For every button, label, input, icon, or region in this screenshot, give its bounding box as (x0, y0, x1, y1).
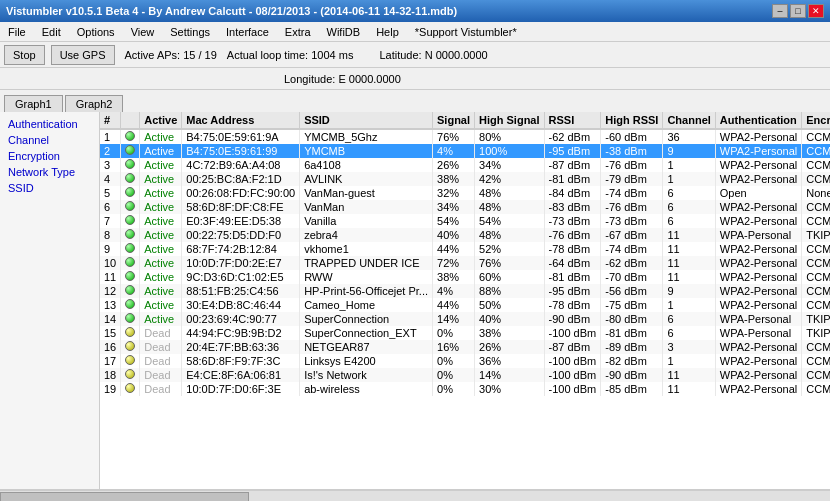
table-row[interactable]: 3Active4C:72:B9:6A:A4:086a410826%34%-87 … (100, 158, 830, 172)
table-row[interactable]: 8Active00:22:75:D5:DD:F0zebra440%48%-76 … (100, 228, 830, 242)
col-header-signal[interactable]: Signal (433, 112, 475, 129)
table-row[interactable]: 15Dead44:94:FC:9B:9B:D2SuperConnection_E… (100, 326, 830, 340)
table-row[interactable]: 11Active9C:D3:6D:C1:02:E5RWW38%60%-81 dB… (100, 270, 830, 284)
longitude-text: Longitude: E 0000.0000 (284, 73, 401, 85)
row-high-signal: 30% (479, 383, 501, 395)
col-header-ssid[interactable]: SSID (300, 112, 433, 129)
table-row[interactable]: 2ActiveB4:75:0E:59:61:99YMCMB4%100%-95 d… (100, 144, 830, 158)
row-mac: 00:25:BC:8A:F2:1D (186, 173, 281, 185)
row-channel: 11 (667, 383, 679, 395)
row-high-signal: 48% (479, 187, 501, 199)
row-active: Active (144, 215, 174, 227)
row-high-rssi: -85 dBm (605, 383, 647, 395)
row-num: 15 (104, 327, 116, 339)
table-row[interactable]: 14Active00:23:69:4C:90:77SuperConnection… (100, 312, 830, 326)
row-ssid: YMCMB_5Ghz (304, 131, 377, 143)
row-ssid: 6a4108 (304, 159, 341, 171)
col-header-high-rssi[interactable]: High RSSI (601, 112, 663, 129)
table-row[interactable]: 13Active30:E4:DB:8C:46:44Cameo_Home44%50… (100, 298, 830, 312)
menu-item-interface[interactable]: Interface (222, 25, 273, 39)
sidebar-item-network-type[interactable]: Network Type (0, 164, 99, 180)
menu-item-help[interactable]: Help (372, 25, 403, 39)
row-rssi: -95 dBm (549, 145, 591, 157)
stop-button[interactable]: Stop (4, 45, 45, 65)
toolbar: Stop Use GPS Active APs: 15 / 19 Actual … (0, 42, 830, 68)
col-header-authentication[interactable]: Authentication (715, 112, 801, 129)
status-led (125, 215, 135, 225)
row-mac: 58:6D:8F:F9:7F:3C (186, 355, 280, 367)
menu-item-file[interactable]: File (4, 25, 30, 39)
row-ssid: RWW (304, 271, 333, 283)
close-button[interactable]: ✕ (808, 4, 824, 18)
row-auth: WPA2-Personal (720, 369, 797, 381)
use-gps-button[interactable]: Use GPS (51, 45, 115, 65)
status-led (125, 131, 135, 141)
row-auth: WPA2-Personal (720, 285, 797, 297)
row-rssi: -83 dBm (549, 201, 591, 213)
row-channel: 11 (667, 271, 679, 283)
row-high-rssi: -60 dBm (605, 131, 647, 143)
menu-item-options[interactable]: Options (73, 25, 119, 39)
table-row[interactable]: 12Active88:51:FB:25:C4:56HP-Print-56-Off… (100, 284, 830, 298)
scroll-thumb[interactable] (0, 492, 249, 502)
table-row[interactable]: 7ActiveE0:3F:49:EE:D5:38Vanilla54%54%-73… (100, 214, 830, 228)
menu-item-view[interactable]: View (127, 25, 159, 39)
scroll-track[interactable] (0, 490, 830, 502)
menu-item-extra[interactable]: Extra (281, 25, 315, 39)
graph2-tab[interactable]: Graph2 (65, 95, 124, 112)
row-signal: 76% (437, 131, 459, 143)
sidebar-item-encryption[interactable]: Encryption (0, 148, 99, 164)
row-high-rssi: -75 dBm (605, 299, 647, 311)
table-row[interactable]: 17Dead58:6D:8F:F9:7F:3CLinksys E42000%36… (100, 354, 830, 368)
row-signal: 26% (437, 159, 459, 171)
col-header-encryption[interactable]: Encryption (802, 112, 830, 129)
table-row[interactable]: 1ActiveB4:75:0E:59:61:9AYMCMB_5Ghz76%80%… (100, 129, 830, 144)
sidebar-item-channel[interactable]: Channel (0, 132, 99, 148)
row-mac: 88:51:FB:25:C4:56 (186, 285, 278, 297)
table-container[interactable]: #ActiveMac AddressSSIDSignalHigh SignalR… (100, 112, 830, 489)
table-row[interactable]: 10Active10:0D:7F:D0:2E:E7TRAPPED UNDER I… (100, 256, 830, 270)
table-row[interactable]: 19Dead10:0D:7F:D0:6F:3Eab-wireless0%30%-… (100, 382, 830, 396)
row-enc: TKIP (806, 327, 830, 339)
table-row[interactable]: 16Dead20:4E:7F:BB:63:36NETGEAR8716%26%-8… (100, 340, 830, 354)
row-high-signal: 40% (479, 313, 501, 325)
minimize-button[interactable]: – (772, 4, 788, 18)
row-mac: 9C:D3:6D:C1:02:E5 (186, 271, 283, 283)
row-high-signal: 100% (479, 145, 507, 157)
row-num: 11 (104, 271, 116, 283)
table-row[interactable]: 6Active58:6D:8F:DF:C8:FEVanMan34%48%-83 … (100, 200, 830, 214)
row-high-signal: 50% (479, 299, 501, 311)
col-header-high-signal[interactable]: High Signal (475, 112, 545, 129)
table-row[interactable]: 4Active00:25:BC:8A:F2:1DAVLINK38%42%-81 … (100, 172, 830, 186)
row-ssid: YMCMB (304, 145, 345, 157)
table-row[interactable]: 9Active68:7F:74:2B:12:84vkhome144%52%-78… (100, 242, 830, 256)
menu-item-wifidb[interactable]: WifiDB (323, 25, 365, 39)
row-active: Active (144, 257, 174, 269)
row-signal: 4% (437, 145, 453, 157)
sidebar-item-ssid[interactable]: SSID (0, 180, 99, 196)
col-header-active[interactable]: Active (140, 112, 182, 129)
row-auth: WPA-Personal (720, 327, 791, 339)
col-header-#[interactable]: # (100, 112, 121, 129)
menu-item--support-vistumbler-[interactable]: *Support Vistumbler* (411, 25, 521, 39)
row-high-signal: 34% (479, 159, 501, 171)
table-row[interactable]: 18DeadE4:CE:8F:6A:06:81Is!'s Network0%14… (100, 368, 830, 382)
sidebar-item-authentication[interactable]: Authentication (0, 116, 99, 132)
maximize-button[interactable]: □ (790, 4, 806, 18)
col-header-rssi[interactable]: RSSI (544, 112, 601, 129)
row-rssi: -100 dBm (549, 383, 597, 395)
row-channel: 11 (667, 229, 679, 241)
row-num: 8 (104, 229, 110, 241)
status-led (125, 313, 135, 323)
row-high-rssi: -38 dBm (605, 145, 647, 157)
graph1-tab[interactable]: Graph1 (4, 95, 63, 112)
col-header-mac-address[interactable]: Mac Address (182, 112, 300, 129)
row-signal: 14% (437, 313, 459, 325)
row-high-rssi: -74 dBm (605, 187, 647, 199)
menu-item-edit[interactable]: Edit (38, 25, 65, 39)
row-channel: 9 (667, 285, 673, 297)
col-header-channel[interactable]: Channel (663, 112, 715, 129)
menu-item-settings[interactable]: Settings (166, 25, 214, 39)
table-row[interactable]: 5Active00:26:08:FD:FC:90:00VanMan-guest3… (100, 186, 830, 200)
row-auth: WPA-Personal (720, 229, 791, 241)
